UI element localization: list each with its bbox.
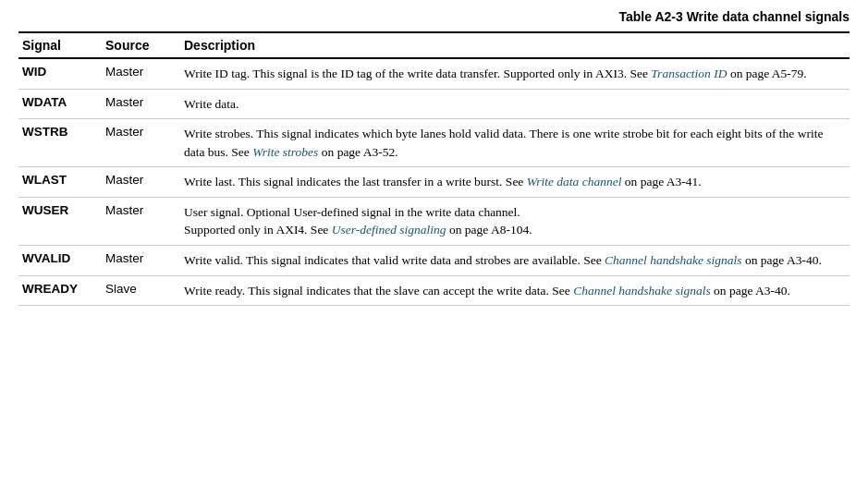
signal-description: Write last. This signal indicates the la… xyxy=(180,167,850,198)
signal-source: Master xyxy=(102,58,180,89)
reference-link[interactable]: Write data channel xyxy=(527,175,622,188)
table-title: Table A2-3 Write data channel signals xyxy=(18,9,850,24)
signals-table: Signal Source Description WIDMasterWrite… xyxy=(18,31,850,306)
signal-name: WDATA xyxy=(18,89,102,119)
table-header-row: Signal Source Description xyxy=(18,32,850,58)
signal-description: Write data. xyxy=(180,89,850,119)
col-header-source: Source xyxy=(102,32,180,58)
signal-name: WREADY xyxy=(18,275,102,306)
col-header-signal: Signal xyxy=(18,32,102,58)
signal-description: Write ID tag. This signal is the ID tag … xyxy=(180,58,850,89)
reference-link[interactable]: Transaction ID xyxy=(651,67,727,80)
signal-name: WLAST xyxy=(18,167,102,198)
signal-name: WUSER xyxy=(18,197,102,245)
col-header-description: Description xyxy=(180,32,850,58)
table-row: WIDMasterWrite ID tag. This signal is th… xyxy=(18,58,850,89)
signal-name: WID xyxy=(18,58,102,89)
signal-name: WVALID xyxy=(18,245,102,275)
table-row: WSTRBMasterWrite strobes. This signal in… xyxy=(18,119,850,167)
signal-source: Master xyxy=(102,119,180,167)
table-row: WDATAMasterWrite data. xyxy=(18,89,850,119)
table-row: WVALIDMasterWrite valid. This signal ind… xyxy=(18,245,850,275)
signal-source: Slave xyxy=(102,275,180,306)
reference-link[interactable]: Channel handshake signals xyxy=(573,284,711,298)
signal-source: Master xyxy=(102,167,180,198)
signal-description: Write ready. This signal indicates that … xyxy=(180,275,850,306)
signal-name: WSTRB xyxy=(18,119,102,167)
signal-source: Master xyxy=(102,197,180,245)
table-row: WREADYSlaveWrite ready. This signal indi… xyxy=(18,275,850,306)
signal-description: User signal. Optional User-defined signa… xyxy=(180,197,850,245)
reference-link[interactable]: Channel handshake signals xyxy=(605,253,742,267)
table-row: WLASTMasterWrite last. This signal indic… xyxy=(18,167,850,198)
reference-link[interactable]: User-defined signaling xyxy=(332,223,446,237)
signal-source: Master xyxy=(102,245,180,275)
signal-description: Write valid. This signal indicates that … xyxy=(180,245,850,275)
reference-link[interactable]: Write strobes xyxy=(252,145,318,159)
signal-description: Write strobes. This signal indicates whi… xyxy=(180,119,850,167)
signal-source: Master xyxy=(102,89,180,119)
table-row: WUSERMasterUser signal. Optional User-de… xyxy=(18,197,850,245)
